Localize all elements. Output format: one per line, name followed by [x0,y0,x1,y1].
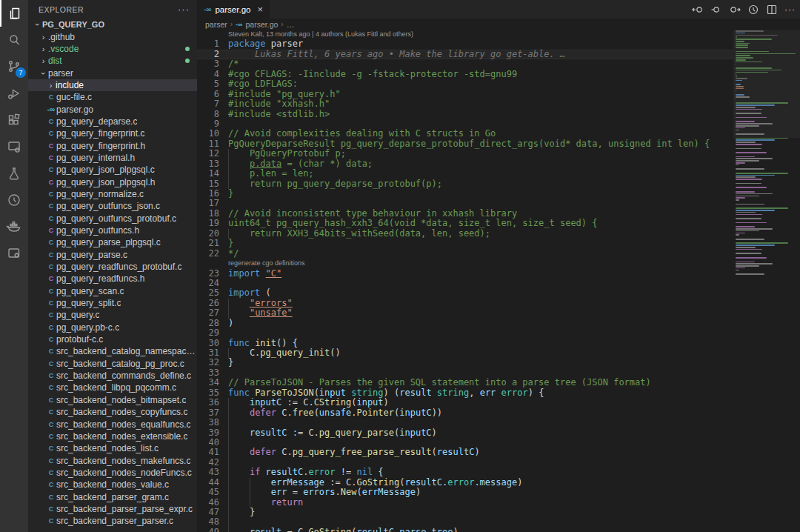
code-line-11[interactable]: 11PgQueryDeparseResult pg_query_deparse_… [197,139,733,149]
tree-item-src_backend_parser_parse_expr.c[interactable]: Csrc_backend_parser_parse_expr.c [28,503,197,515]
code-line-13[interactable]: 13 p.data = (char *) data; [197,159,733,169]
code-line-44[interactable]: 44 errMessage := C.GoString(resultC.erro… [197,478,733,488]
source-control-icon[interactable]: 7 [0,53,28,80]
tree-item-src_backend_nodes_bitmapset.c[interactable]: Csrc_backend_nodes_bitmapset.c [28,394,197,406]
code-line-23[interactable]: 23import "C" [197,269,733,279]
code-line-2[interactable]: 2 Lukas Fittl, 6 years ago • Make the li… [197,50,733,59]
code-line-39[interactable]: 39 resultC := C.pg_query_parse(inputC) [197,428,733,438]
tree-item-pg_query_outfuncs.h[interactable]: Cpg_query_outfuncs.h [28,225,197,236]
code-line-46[interactable]: 46 return [197,498,733,508]
code-line-18[interactable]: 18// Avoid inconsistent type behaviour i… [197,209,733,219]
code-area[interactable]: Steven Kalt, 13 months ago | 4 authors (… [197,30,733,532]
code-lens-link[interactable]: regenerate cgo definitions [197,259,305,268]
tree-item-src_backend_catalog_pg_proc.c[interactable]: Csrc_backend_catalog_pg_proc.c [28,358,197,370]
code-line-34[interactable]: 34// ParseToJSON - Parses the given SQL … [197,378,733,388]
code-line-32[interactable]: 32} [197,358,733,368]
tree-item-src_backend_nodes_list.c[interactable]: Csrc_backend_nodes_list.c [28,442,197,454]
next-change-icon[interactable] [729,4,741,16]
code-line-1[interactable]: 1package parser [197,39,733,49]
code-line-20[interactable]: 20 return XXH3_64bits_withSeed(data, len… [197,229,733,239]
code-line-47[interactable]: 47 } [197,508,733,517]
tree-item-parser.go[interactable]: -∞parser.go [28,103,197,115]
tree-item-pg_query_fingerprint.h[interactable]: Cpg_query_fingerprint.h [28,139,197,151]
tree-item-src_backend_nodes_makefuncs.c[interactable]: Csrc_backend_nodes_makefuncs.c [28,454,197,466]
tree-item-src_backend_nodes_equalfuncs.c[interactable]: Csrc_backend_nodes_equalfuncs.c [28,418,197,430]
code-line-35[interactable]: 35func ParseToJSON(input string) (result… [197,388,733,398]
split-editor-icon[interactable] [766,4,778,16]
tree-item-pg_query_split.c[interactable]: Cpg_query_split.c [28,297,197,309]
file-history-icon[interactable] [747,4,759,16]
explorer-more-actions-icon[interactable]: ··· [178,4,190,15]
code-line-33[interactable]: 33 [197,368,733,378]
code-line-14[interactable]: 14 p.len = len; [197,169,733,179]
tree-item-.vscode[interactable]: ›.vscode [28,43,197,55]
tree-root[interactable]: ›PG_QUERY_GO [28,19,197,30]
tree-item-src_backend_nodes_copyfuncs.c[interactable]: Csrc_backend_nodes_copyfuncs.c [28,406,197,418]
tree-item-pg_query_scan.c[interactable]: Cpg_query_scan.c [28,285,197,297]
code-line-17[interactable]: 17 [197,199,733,208]
tree-item-pg_query_normalize.c[interactable]: Cpg_query_normalize.c [28,188,197,200]
code-line-49[interactable]: 49 result = C.GoString(resultC.parse_tre… [197,528,733,532]
tree-item-pg_query_readfuncs_protobuf.c[interactable]: Cpg_query_readfuncs_protobuf.c [28,261,197,273]
code-line-9[interactable]: 9 [197,119,733,129]
tree-item-pg_query_internal.h[interactable]: Cpg_query_internal.h [28,152,197,164]
search-icon[interactable] [0,27,28,53]
toggle-blame-icon[interactable] [710,4,722,16]
tree-item-src_backend_commands_define.c[interactable]: Csrc_backend_commands_define.c [28,370,197,382]
tree-item-.github[interactable]: ›.github [28,30,197,42]
code-line-31[interactable]: 31 C.pg_query_init() [197,348,733,358]
tree-item-parser[interactable]: ›parser [28,67,197,79]
code-line-45[interactable]: 45 err = errors.New(errMessage) [197,488,733,497]
code-line-27[interactable]: 27 "unsafe" [197,308,733,318]
code-line-19[interactable]: 19uint64_t pg_query_hash_xxh3_64(void *d… [197,219,733,228]
code-line-5[interactable]: 5#cgo LDFLAGS: [197,79,733,89]
code-line-12[interactable]: 12 PgQueryProtobuf p; [197,149,733,159]
extensions-icon[interactable] [0,107,28,133]
code-line-16[interactable]: 16} [197,189,733,199]
tree-item-pg_query_deparse.c[interactable]: Cpg_query_deparse.c [28,116,197,127]
tab-parser-go[interactable]: -∞ parser.go × [197,0,270,19]
explorer-icon[interactable] [0,0,28,27]
gitlens-icon[interactable] [0,187,28,213]
tree-item-pg_query.c[interactable]: Cpg_query.c [28,309,197,321]
tree-item-protobuf-c.c[interactable]: Cprotobuf-c.c [28,333,197,345]
code-lens[interactable]: regenerate cgo definitions [197,259,733,268]
tree-item-include[interactable]: ›include [28,79,197,91]
tree-item-src_backend_catalog_namespace.c[interactable]: Csrc_backend_catalog_namespace.c [28,345,197,357]
tree-item-pg_query_json_plpgsql.c[interactable]: Cpg_query_json_plpgsql.c [28,164,197,176]
code-lens[interactable]: Steven Kalt, 13 months ago | 4 authors (… [197,30,733,39]
breadcrumb-file[interactable]: parser.go [246,20,279,29]
code-line-15[interactable]: 15 return pg_query_deparse_protobuf(p); [197,179,733,189]
code-line-28[interactable]: 28) [197,319,733,328]
tree-item-src_backend_nodes_extensible.c[interactable]: Csrc_backend_nodes_extensible.c [28,430,197,442]
tree-item-pg_query_outfuncs_protobuf.c[interactable]: Cpg_query_outfuncs_protobuf.c [28,213,197,225]
code-line-3[interactable]: 3/* [197,59,733,69]
tab-close-icon[interactable]: × [257,4,263,14]
code-line-6[interactable]: 6#include "pg_query.h" [197,90,733,99]
tree-item-pg_query_parse_plpgsql.c[interactable]: Cpg_query_parse_plpgsql.c [28,236,197,248]
code-line-24[interactable]: 24 [197,279,733,288]
code-line-10[interactable]: 10// Avoid complexities dealing with C s… [197,129,733,139]
code-line-4[interactable]: 4#cgo CFLAGS: -Iinclude -g -fstack-prote… [197,70,733,79]
tree-item-pg_query_json_plpgsql.h[interactable]: Cpg_query_json_plpgsql.h [28,176,197,187]
tree-item-pg_query.pb-c.c[interactable]: Cpg_query.pb-c.c [28,322,197,333]
containers-icon[interactable] [0,240,28,267]
code-line-21[interactable]: 21} [197,239,733,248]
code-line-29[interactable]: 29 [197,328,733,338]
code-line-22[interactable]: 22*/ [197,249,733,259]
code-line-48[interactable]: 48 [197,517,733,527]
tree-item-src_backend_parser_gram.c[interactable]: Csrc_backend_parser_gram.c [28,491,197,502]
code-lens-link[interactable]: Steven Kalt, 13 months ago | 4 authors (… [197,30,413,39]
code-line-37[interactable]: 37 defer C.free(unsafe.Pointer(inputC)) [197,408,733,418]
tree-item-src_backend_nodes_value.c[interactable]: Csrc_backend_nodes_value.c [28,479,197,491]
tree-item-src_backend_libpq_pqcomm.c[interactable]: Csrc_backend_libpq_pqcomm.c [28,382,197,393]
code-line-43[interactable]: 43 if resultC.error != nil { [197,468,733,477]
run-and-debug-icon[interactable] [0,80,28,107]
tree-item-pg_query_parse.c[interactable]: Cpg_query_parse.c [28,249,197,261]
code-line-25[interactable]: 25import ( [197,288,733,298]
testing-icon[interactable] [0,160,28,187]
tree-item-guc-file.c[interactable]: Cguc-file.c [28,91,197,103]
code-line-26[interactable]: 26 "errors" [197,299,733,308]
code-line-40[interactable]: 40 [197,438,733,448]
tree-item-src_backend_nodes_nodeFuncs.c[interactable]: Csrc_backend_nodes_nodeFuncs.c [28,467,197,479]
